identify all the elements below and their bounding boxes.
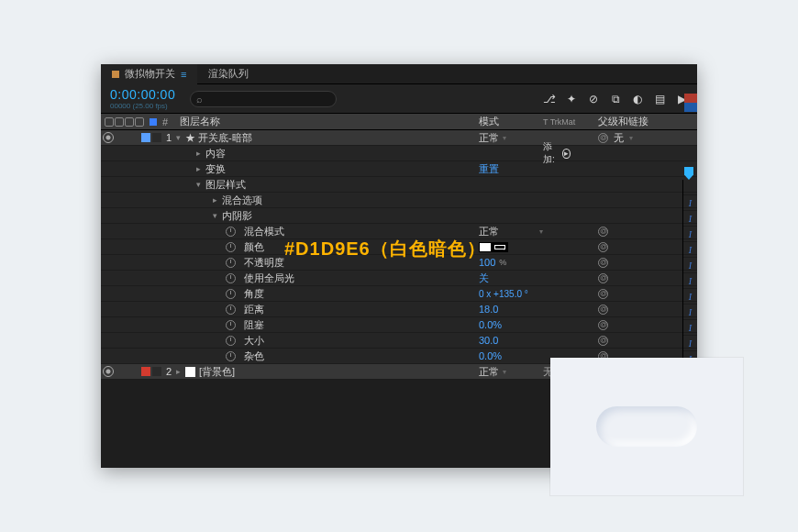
twirl-icon[interactable] bbox=[211, 211, 218, 220]
search-field[interactable] bbox=[206, 94, 330, 104]
pickwhip-icon[interactable] bbox=[598, 258, 608, 268]
twirl-icon[interactable] bbox=[194, 164, 202, 173]
label-swatch[interactable] bbox=[152, 367, 161, 376]
pickwhip-icon[interactable] bbox=[598, 320, 608, 330]
pickwhip-icon[interactable] bbox=[598, 336, 608, 346]
prop-value[interactable]: 关 bbox=[479, 272, 489, 285]
property-row[interactable]: 角度 0 x +135.0 ° bbox=[101, 286, 697, 302]
label-swatch[interactable] bbox=[152, 133, 161, 142]
timeline-ruler-strip[interactable]: I I I I I I I I I I I I I I bbox=[682, 180, 697, 380]
prop-value[interactable]: 100 bbox=[479, 257, 495, 268]
prop-label: 不透明度 bbox=[244, 256, 284, 270]
property-group-row[interactable]: 变换 重置 bbox=[101, 161, 697, 177]
prop-value[interactable]: 18.0 bbox=[479, 304, 498, 315]
property-row[interactable]: 不透明度 100% bbox=[101, 255, 697, 271]
prop-label: 阻塞 bbox=[244, 318, 264, 332]
property-row[interactable]: 距离 18.0 bbox=[101, 302, 697, 317]
layer-name: ★ 开关底-暗部 bbox=[185, 131, 252, 145]
property-group-row[interactable]: 内容 添加:▸ bbox=[101, 146, 697, 161]
trkmat-header[interactable]: T TrkMat bbox=[543, 117, 598, 127]
pickwhip-icon[interactable] bbox=[598, 289, 608, 299]
pickwhip-icon[interactable] bbox=[598, 133, 608, 143]
draft3d-icon[interactable]: ✦ bbox=[565, 93, 578, 105]
group-label: 内容 bbox=[205, 147, 226, 161]
stopwatch-icon[interactable] bbox=[226, 289, 236, 299]
reset-link[interactable]: 重置 bbox=[479, 162, 499, 176]
value-dropdown[interactable]: 正常▾ bbox=[479, 225, 543, 238]
tab-menu-icon[interactable]: ≡ bbox=[181, 69, 186, 80]
timeline-toolbar: 0:00:00:00 00000 (25.00 fps) ⌕ ⎇ ✦ ⊘ ⧉ ◐… bbox=[101, 84, 697, 114]
stopwatch-icon[interactable] bbox=[226, 336, 236, 346]
tab-color-swatch bbox=[112, 71, 119, 78]
property-row[interactable]: 使用全局光 关 bbox=[101, 271, 697, 286]
prop-label: 大小 bbox=[244, 334, 264, 348]
prop-value[interactable]: 0.0% bbox=[479, 350, 502, 361]
color-swatch[interactable]: → bbox=[479, 242, 508, 252]
prop-label: 颜色 bbox=[244, 240, 264, 254]
prop-label: 使用全局光 bbox=[244, 272, 294, 285]
tab-composition[interactable]: 微拟物开关 ≡ bbox=[101, 64, 197, 84]
video-column-icon[interactable] bbox=[105, 117, 114, 127]
label-column-icon[interactable] bbox=[150, 118, 157, 126]
twirl-icon[interactable] bbox=[194, 149, 202, 158]
shy-icon[interactable]: ⊘ bbox=[587, 93, 600, 105]
columns-header: # 图层名称 模式 T TrkMat 父级和链接 bbox=[101, 114, 697, 130]
property-group-row[interactable]: 混合选项 bbox=[101, 193, 697, 208]
motion-blur-icon[interactable]: ◐ bbox=[631, 93, 644, 105]
blend-mode-dropdown[interactable]: 正常▾ bbox=[479, 131, 543, 145]
label-swatch[interactable] bbox=[141, 133, 150, 142]
prop-value[interactable]: 30.0 bbox=[479, 335, 498, 346]
property-row[interactable]: 大小 30.0 bbox=[101, 333, 697, 349]
stopwatch-icon[interactable] bbox=[226, 258, 236, 268]
graph-editor-icon[interactable]: ▤ bbox=[653, 93, 666, 105]
layername-header[interactable]: 图层名称 bbox=[174, 115, 479, 128]
stopwatch-icon[interactable] bbox=[226, 227, 236, 237]
stopwatch-icon[interactable] bbox=[226, 273, 236, 283]
toolbar-icons: ⎇ ✦ ⊘ ⧉ ◐ ▤ ▶ bbox=[543, 93, 697, 105]
label-swatch[interactable] bbox=[141, 367, 150, 376]
twirl-icon[interactable] bbox=[211, 195, 218, 205]
lock-column-icon[interactable] bbox=[135, 117, 144, 127]
group-label: 变换 bbox=[205, 162, 226, 176]
property-row[interactable]: 颜色 → bbox=[101, 239, 697, 255]
property-group-row[interactable]: 图层样式 bbox=[101, 177, 697, 193]
chip bbox=[684, 103, 697, 112]
pickwhip-icon[interactable] bbox=[598, 273, 608, 283]
prop-value[interactable]: 0.0% bbox=[479, 319, 502, 330]
eye-icon[interactable] bbox=[103, 132, 114, 143]
solo-column-icon[interactable] bbox=[125, 117, 134, 127]
group-label: 图层样式 bbox=[205, 178, 246, 192]
prop-label: 混合模式 bbox=[244, 225, 284, 238]
pickwhip-icon[interactable] bbox=[598, 227, 608, 237]
stopwatch-icon[interactable] bbox=[226, 305, 236, 315]
twirl-icon[interactable] bbox=[174, 367, 182, 376]
current-timecode[interactable]: 0:00:00:00 00000 (25.00 fps) bbox=[101, 87, 184, 110]
pickwhip-icon[interactable] bbox=[598, 242, 608, 252]
blend-mode-dropdown[interactable]: 正常▾ bbox=[479, 365, 543, 379]
composition-flow-icon[interactable]: ⎇ bbox=[543, 93, 556, 105]
parent-header[interactable]: 父级和链接 bbox=[598, 115, 681, 128]
property-row[interactable]: 混合模式 正常▾ bbox=[101, 224, 697, 239]
layer-search-input[interactable]: ⌕ bbox=[190, 91, 337, 107]
pickwhip-icon[interactable] bbox=[598, 305, 608, 315]
audio-column-icon[interactable] bbox=[115, 117, 124, 127]
stopwatch-icon[interactable] bbox=[226, 351, 236, 361]
property-group-row[interactable]: 内阴影 bbox=[101, 208, 697, 224]
tab-label: 渲染队列 bbox=[208, 67, 249, 81]
timecode-framerate: 00000 (25.00 fps) bbox=[110, 102, 175, 110]
mode-header[interactable]: 模式 bbox=[479, 115, 543, 128]
twirl-icon[interactable] bbox=[174, 133, 182, 142]
prop-value[interactable]: 0 x +135.0 ° bbox=[479, 289, 528, 299]
property-row[interactable]: 阻塞 0.0% bbox=[101, 317, 697, 333]
prop-label: 角度 bbox=[244, 287, 264, 301]
frame-blend-icon[interactable]: ⧉ bbox=[609, 93, 622, 105]
eye-icon[interactable] bbox=[103, 366, 114, 377]
header-toggles: # bbox=[101, 116, 174, 127]
stopwatch-icon[interactable] bbox=[226, 242, 236, 252]
add-button-icon[interactable]: ▸ bbox=[562, 149, 571, 159]
twirl-icon[interactable] bbox=[194, 180, 202, 189]
tab-render-queue[interactable]: 渲染队列 bbox=[197, 64, 260, 84]
stopwatch-icon[interactable] bbox=[226, 320, 236, 330]
layer-row[interactable]: 1 ★ 开关底-暗部 正常▾ 无▾ bbox=[101, 130, 697, 146]
parent-dropdown[interactable]: 无▾ bbox=[598, 131, 681, 145]
